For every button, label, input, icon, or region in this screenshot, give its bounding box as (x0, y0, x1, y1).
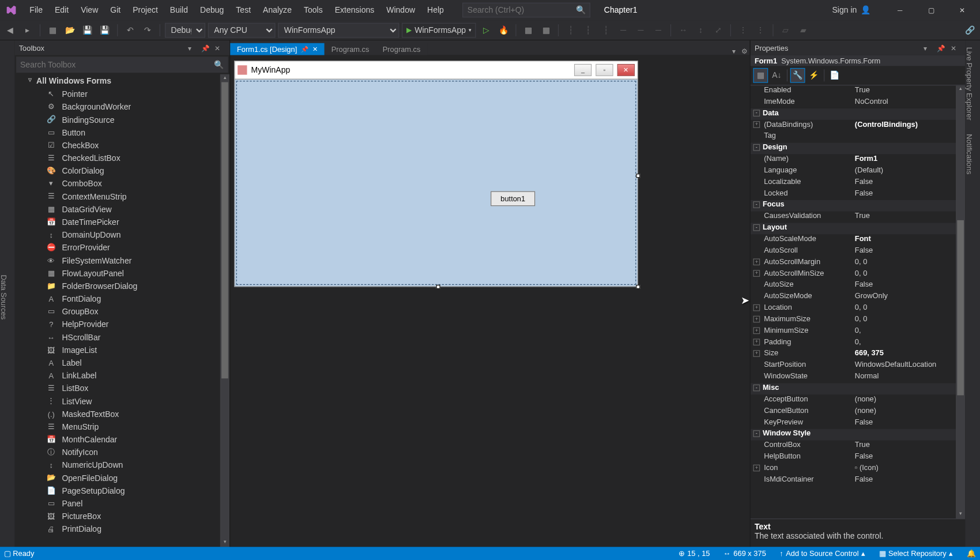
tab-overflow-icon[interactable]: ▾ (730, 48, 738, 55)
menu-tools[interactable]: Tools (299, 3, 328, 18)
search-input[interactable] (468, 5, 576, 14)
property-row[interactable]: ImeModeNoControl (751, 97, 965, 108)
expand-icon[interactable]: + (753, 327, 760, 334)
size-icon[interactable]: ↔ (676, 22, 691, 37)
toolbox-item[interactable]: ▭Panel (15, 497, 229, 510)
menu-view[interactable]: View (76, 3, 104, 18)
redo-button[interactable]: ↷ (140, 22, 155, 37)
menu-file[interactable]: File (24, 3, 48, 18)
toolbox-item[interactable]: 📄PageSetupDialog (15, 484, 229, 497)
menu-edit[interactable]: Edit (50, 3, 74, 18)
align-icon[interactable]: ┆ (563, 22, 578, 37)
size-icon[interactable]: ⤢ (711, 22, 726, 37)
design-surface[interactable]: MyWinApp _ ▫ ✕ button1 (230, 55, 749, 547)
categorized-button[interactable]: ▦ (753, 68, 768, 83)
repo-button[interactable]: ▦ Select Repository ▴ (879, 549, 953, 558)
share-icon[interactable]: 🔗 (963, 22, 978, 37)
toolbox-item[interactable]: ☰ListBox (15, 382, 229, 394)
expand-icon[interactable]: + (753, 305, 760, 311)
scroll-up-arrow[interactable]: ▴ (220, 74, 229, 82)
scrollbar[interactable]: ▴ ▾ (220, 74, 229, 547)
order-icon[interactable]: ▰ (796, 22, 811, 37)
menu-project[interactable]: Project (127, 3, 163, 18)
startup-select[interactable]: WinFormsApp (278, 22, 399, 37)
search-box[interactable]: 🔍 (463, 3, 591, 18)
toolbox-item[interactable]: AFontDialog (15, 292, 229, 305)
toolbox-item[interactable]: ⚙BackgroundWorker (15, 100, 229, 113)
scroll-down-arrow[interactable]: ▾ (956, 510, 965, 518)
dropdown-icon[interactable]: ▾ (924, 44, 934, 51)
property-row[interactable]: Size+669, 375 (751, 349, 965, 360)
expand-icon[interactable]: + (753, 350, 760, 357)
toolbox-item[interactable]: 🖼ImageList (15, 343, 229, 356)
toolbox-item[interactable]: ALinkLabel (15, 369, 229, 382)
property-row[interactable]: EnabledTrue (751, 85, 965, 97)
expand-icon[interactable]: + (753, 270, 760, 277)
alpha-button[interactable]: A↓ (770, 68, 785, 83)
align-icon[interactable]: ─ (616, 22, 631, 37)
toolbox-search-input[interactable] (20, 60, 214, 69)
spacing-icon[interactable]: ⋮ (736, 22, 751, 37)
live-property-tab[interactable]: Live Property Explorer (965, 47, 980, 121)
expand-icon[interactable]: + (753, 121, 760, 128)
toolbox-category[interactable]: All Windows Forms (15, 74, 229, 87)
notifications-tab[interactable]: Notifications (965, 134, 980, 174)
menu-analyze[interactable]: Analyze (258, 3, 297, 18)
property-row[interactable]: AutoSizeFalse (751, 280, 965, 292)
save-button[interactable]: 💾 (80, 22, 95, 37)
start-button[interactable]: ▶WinFormsApp▾ (402, 22, 476, 37)
menu-window[interactable]: Window (381, 3, 421, 18)
scroll-down-arrow[interactable]: ▾ (220, 539, 229, 547)
toolbox-item[interactable]: ☰CheckedListBox (15, 152, 229, 164)
expand-icon[interactable]: + (753, 258, 760, 265)
close-icon[interactable]: ✕ (214, 44, 225, 51)
property-row[interactable]: CancelButton(none) (751, 406, 965, 418)
order-icon[interactable]: ▱ (778, 22, 793, 37)
property-row[interactable]: MinimumSize+0, (751, 326, 965, 337)
property-row[interactable]: AutoScrollFalse (751, 246, 965, 257)
save-all-button[interactable]: 💾 (97, 22, 112, 37)
toolbox-item[interactable]: 🔗BindingSource (15, 113, 229, 126)
property-pages-button[interactable]: 📄 (827, 68, 842, 83)
toolbox-item[interactable]: 👁FileSystemWatcher (15, 254, 229, 266)
toolbox-item[interactable]: ⋮ListView (15, 394, 229, 407)
signin-button[interactable]: Sign in 👤 (832, 5, 871, 14)
property-row[interactable]: AutoSizeModeGrowOnly (751, 292, 965, 303)
toolbox-item[interactable]: ☰ContextMenuStrip (15, 190, 229, 202)
property-row[interactable]: KeyPreviewFalse (751, 418, 965, 429)
expand-icon[interactable]: - (753, 144, 760, 151)
config-select[interactable]: Debug (165, 22, 205, 37)
bell-icon[interactable]: 🔔 (967, 549, 976, 558)
property-row[interactable]: Tag (751, 131, 965, 143)
start-nodebug-button[interactable]: ▷ (478, 22, 493, 37)
property-row[interactable]: AcceptButton(none) (751, 394, 965, 406)
forward-button[interactable]: ▸ (20, 22, 35, 37)
scroll-up-arrow[interactable]: ▴ (956, 85, 965, 93)
properties-button[interactable]: 🔧 (790, 68, 805, 83)
property-row[interactable]: AutoScaleModeFont (751, 234, 965, 246)
toolbox-item[interactable]: ▭Button (15, 126, 229, 138)
size-icon[interactable]: ↕ (693, 22, 708, 37)
scroll-thumb[interactable] (957, 220, 964, 396)
property-category[interactable]: Window Style- (751, 429, 965, 441)
toolbox-item[interactable]: ↕NumericUpDown (15, 458, 229, 471)
property-category[interactable]: Focus- (751, 200, 965, 212)
property-row[interactable]: ControlBoxTrue (751, 441, 965, 452)
menu-build[interactable]: Build (165, 3, 194, 18)
object-selector[interactable]: Form1 System.Windows.Forms.Form (751, 55, 965, 66)
toolbox-item[interactable]: ▦DataGridView (15, 202, 229, 215)
layout2-icon[interactable]: ▦ (538, 22, 553, 37)
toolbox-item[interactable]: ⛔ErrorProvider (15, 241, 229, 254)
property-category[interactable]: Design- (751, 143, 965, 155)
toolbox-item[interactable]: ▭GroupBox (15, 305, 229, 318)
property-row[interactable]: (Name)Form1 (751, 154, 965, 166)
toolbox-item[interactable]: ▦FlowLayoutPanel (15, 266, 229, 279)
property-row[interactable]: WindowStateNormal (751, 372, 965, 384)
toolbox-item[interactable]: ?HelpProvider (15, 318, 229, 330)
property-row[interactable]: HelpButtonFalse (751, 452, 965, 463)
toolbox-item[interactable]: ☰MenuStrip (15, 420, 229, 433)
spacing-icon[interactable]: ⋮ (753, 22, 768, 37)
expand-icon[interactable]: - (753, 385, 760, 392)
source-control-button[interactable]: ↑ Add to Source Control ▴ (779, 549, 865, 558)
form-designer[interactable]: MyWinApp _ ▫ ✕ button1 (234, 61, 638, 287)
